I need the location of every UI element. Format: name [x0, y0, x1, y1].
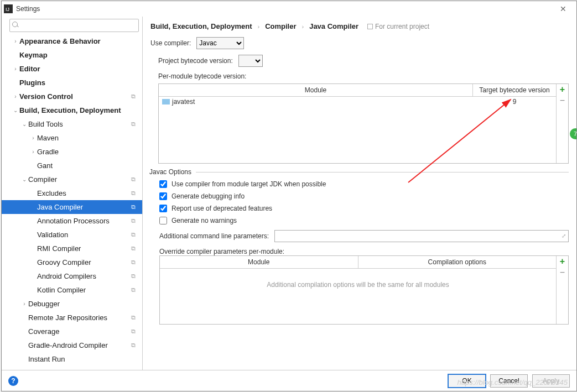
opt-use-module-jdk[interactable]: [159, 180, 167, 188]
chevron-right-icon: ›: [257, 23, 259, 30]
copy-icon: [367, 24, 373, 29]
tree-android[interactable]: Android Compilers⧉: [2, 269, 142, 283]
th-options: Compilation options: [358, 256, 557, 268]
tree-maven[interactable]: ›Maven: [2, 131, 142, 145]
expand-icon[interactable]: ⤢: [562, 233, 566, 239]
param-label: Additional command line parameters:: [159, 232, 269, 240]
use-compiler-row: Use compiler: Javac: [150, 37, 569, 49]
main-panel: Build, Execution, Deployment › Compiler …: [143, 17, 576, 370]
status-badge: 7: [569, 127, 576, 140]
titlebar: IJ Settings ✕: [2, 1, 576, 17]
tree-rmi[interactable]: RMI Compiler⧉: [2, 242, 142, 255]
search-input[interactable]: [9, 19, 139, 32]
override-table: Module Compilation options Additional co…: [159, 255, 569, 325]
use-compiler-select[interactable]: Javac: [196, 37, 244, 49]
tree-kotlin[interactable]: Kotlin Compiler⧉: [2, 283, 142, 297]
copy-icon: ⧉: [131, 231, 139, 239]
tree-groovy[interactable]: Groovy Compiler⧉: [2, 255, 142, 269]
tree-gradle[interactable]: ›Gradle: [2, 145, 142, 159]
search-wrap: [2, 17, 142, 34]
scope-label: For current project: [367, 23, 429, 30]
th-module: Module: [159, 84, 473, 96]
breadcrumb: Build, Execution, Deployment › Compiler …: [150, 22, 569, 30]
per-module-label: Per-module bytecode version:: [158, 72, 569, 80]
copy-icon: ⧉: [131, 342, 139, 349]
module-icon: [162, 99, 170, 104]
tree-compiler[interactable]: ⌄Compiler⧉: [2, 173, 142, 186]
remove-button[interactable]: −: [557, 95, 568, 106]
copy-icon: ⧉: [131, 328, 139, 336]
chevron-right-icon: ›: [302, 23, 304, 30]
footer: ? OK Cancel Apply https://blog.csdn.net/…: [2, 370, 576, 391]
add-button[interactable]: +: [557, 84, 568, 95]
settings-tree: ›Appearance & Behavior Keymap ›Editor Pl…: [2, 34, 142, 370]
copy-icon: ⧉: [131, 176, 139, 184]
copy-icon: ⧉: [131, 93, 139, 101]
copy-icon: ⧉: [131, 259, 139, 266]
th-target: Target bytecode version: [473, 84, 556, 96]
tree-plugins[interactable]: Plugins: [2, 76, 142, 90]
opt-debug-info[interactable]: [159, 192, 167, 200]
svg-text:IJ: IJ: [6, 7, 9, 12]
per-module-table: Module Target bytecode version javatest …: [158, 83, 569, 164]
project-bytecode-select[interactable]: [238, 55, 263, 67]
breadcrumb-item[interactable]: Build, Execution, Deployment: [150, 22, 252, 30]
content: ›Appearance & Behavior Keymap ›Editor Pl…: [2, 17, 576, 370]
tree-validation[interactable]: Validation⧉: [2, 228, 142, 242]
ok-button[interactable]: OK: [448, 374, 486, 388]
help-icon[interactable]: ?: [8, 376, 18, 386]
project-bytecode-label: Project bytecode version:: [158, 57, 233, 65]
param-input[interactable]: ⤢: [274, 230, 569, 242]
module-name: javatest: [172, 98, 195, 106]
empty-hint: Additional compilation options will be t…: [160, 269, 556, 301]
sidebar: ›Appearance & Behavior Keymap ›Editor Pl…: [2, 17, 143, 370]
use-compiler-label: Use compiler:: [150, 39, 191, 47]
th-module: Module: [160, 256, 358, 268]
copy-icon: ⧉: [131, 314, 139, 322]
table-row[interactable]: javatest 9: [159, 97, 556, 107]
copy-icon: ⧉: [131, 286, 139, 294]
tree-instant-run[interactable]: Instant Run: [2, 352, 142, 366]
copy-icon: ⧉: [131, 190, 139, 197]
tree-coverage[interactable]: Coverage⧉: [2, 325, 142, 338]
opt-deprecated[interactable]: [159, 205, 167, 212]
tree-debugger[interactable]: ›Debugger: [2, 297, 142, 311]
cancel-button[interactable]: Cancel: [490, 374, 528, 388]
copy-icon: ⧉: [131, 121, 139, 128]
breadcrumb-item: Java Compiler: [309, 22, 358, 30]
close-icon[interactable]: ✕: [552, 4, 574, 13]
copy-icon: ⧉: [131, 217, 139, 225]
tree-build-tools[interactable]: ⌄Build Tools⧉: [2, 117, 142, 131]
tree-appearance[interactable]: ›Appearance & Behavior: [2, 34, 142, 48]
tree-gradle-android[interactable]: Gradle-Android Compiler⧉: [2, 338, 142, 352]
target-version[interactable]: 9: [473, 97, 556, 107]
tree-excludes[interactable]: Excludes⧉: [2, 186, 142, 200]
copy-icon: ⧉: [131, 203, 139, 211]
tree-gant[interactable]: Gant: [2, 159, 142, 173]
breadcrumb-item[interactable]: Compiler: [265, 22, 296, 30]
tree-annotation[interactable]: Annotation Processors⧉: [2, 214, 142, 228]
apply-button[interactable]: Apply: [532, 374, 570, 388]
tree-bed[interactable]: ⌄Build, Execution, Deployment: [2, 103, 142, 117]
override-label: Override compiler parameters per-module:: [159, 248, 569, 255]
tree-keymap[interactable]: Keymap: [2, 48, 142, 62]
tree-vcs[interactable]: ›Version Control⧉: [2, 90, 142, 103]
tree-java-compiler[interactable]: Java Compiler⧉: [2, 200, 142, 214]
bytecode-section: Project bytecode version: Per-module byt…: [158, 55, 569, 164]
add-button[interactable]: +: [557, 256, 568, 267]
tree-remote-jar[interactable]: Remote Jar Repositories⧉: [2, 311, 142, 325]
opt-no-warnings[interactable]: [159, 217, 167, 224]
app-icon: IJ: [4, 4, 13, 13]
window-title: Settings: [16, 5, 552, 13]
remove-button[interactable]: −: [557, 267, 568, 278]
copy-icon: ⧉: [131, 273, 139, 280]
tree-editor[interactable]: ›Editor: [2, 62, 142, 76]
javac-options-section: Javac Options: [149, 168, 569, 176]
copy-icon: ⧉: [131, 245, 139, 253]
settings-window: IJ Settings ✕ ›Appearance & Behavior Key…: [1, 1, 577, 391]
